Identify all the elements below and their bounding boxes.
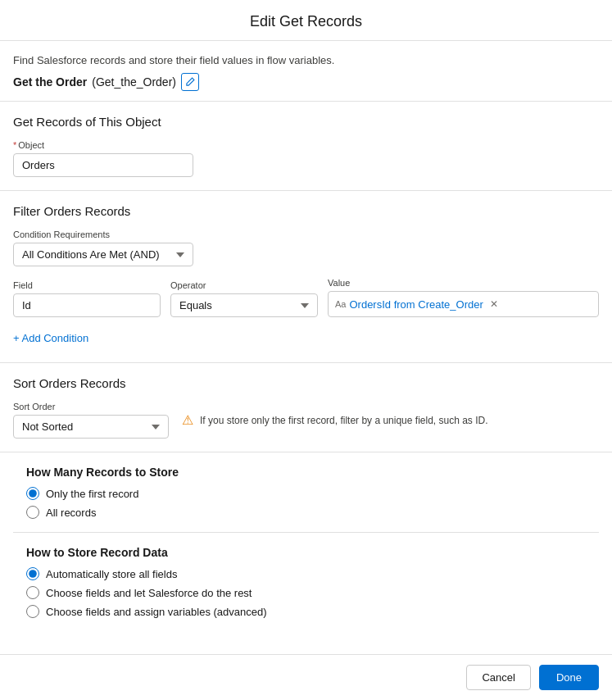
operator-col-label: Operator bbox=[170, 280, 318, 290]
condition-req-label: Condition Requirements bbox=[13, 230, 599, 239]
store-sf-option[interactable]: Choose fields and let Salesforce do the … bbox=[26, 586, 586, 599]
add-condition-button[interactable]: + Add Condition bbox=[13, 327, 88, 349]
operator-select[interactable]: Equals Not Equal To Contains Does Not Co… bbox=[170, 293, 318, 317]
record-name: Get the Order bbox=[13, 75, 87, 89]
filter-row: Field Operator Equals Not Equal To Conta… bbox=[13, 278, 599, 317]
value-col: Value Aa OrdersId from Create_Order ✕ bbox=[328, 278, 599, 317]
how-many-all-label: All records bbox=[46, 507, 96, 519]
how-many-title: How Many Records to Store bbox=[26, 466, 586, 479]
how-many-all-radio[interactable] bbox=[26, 506, 39, 519]
field-input[interactable] bbox=[13, 293, 161, 317]
field-col-label: Field bbox=[13, 280, 161, 290]
value-tag-text: OrdersId from Create_Order bbox=[349, 298, 483, 311]
store-title: How to Store Record Data bbox=[26, 546, 586, 559]
filter-row-container: Field Operator Equals Not Equal To Conta… bbox=[13, 278, 599, 317]
object-input[interactable] bbox=[13, 153, 193, 177]
sort-order-label: Sort Order bbox=[13, 402, 169, 411]
object-field-label: *Object bbox=[13, 140, 599, 150]
store-adv-radio[interactable] bbox=[26, 605, 39, 618]
subtitle-text: Find Salesforce records and store their … bbox=[13, 54, 599, 66]
object-input-wrap bbox=[13, 153, 193, 177]
cancel-button[interactable]: Cancel bbox=[466, 665, 530, 690]
store-sf-radio[interactable] bbox=[26, 586, 39, 599]
value-col-label: Value bbox=[328, 278, 599, 288]
how-many-radio-group: Only the first record All records bbox=[26, 487, 586, 519]
value-input-wrap[interactable]: Aa OrdersId from Create_Order ✕ bbox=[328, 291, 599, 317]
store-auto-radio[interactable] bbox=[26, 567, 39, 580]
condition-requirements-select[interactable]: All Conditions Are Met (AND) Any Conditi… bbox=[13, 243, 193, 266]
condition-req-wrap: All Conditions Are Met (AND) Any Conditi… bbox=[13, 243, 193, 266]
sort-section: Sort Orders Records Sort Order Not Sorte… bbox=[0, 363, 612, 452]
object-section: Get Records of This Object *Object bbox=[0, 102, 612, 191]
object-section-title: Get Records of This Object bbox=[13, 115, 599, 129]
filter-section-title: Filter Orders Records bbox=[13, 204, 599, 218]
filter-section: Filter Orders Records Condition Requirem… bbox=[0, 191, 612, 363]
store-auto-label: Automatically store all fields bbox=[46, 568, 177, 580]
sort-select-wrap: Sort Order Not Sorted Ascending Descendi… bbox=[13, 402, 169, 439]
how-many-first-radio[interactable] bbox=[26, 487, 39, 500]
store-auto-option[interactable]: Automatically store all fields bbox=[26, 567, 586, 580]
required-star: * bbox=[13, 140, 16, 150]
page-title: Edit Get Records bbox=[0, 0, 612, 41]
operator-col: Operator Equals Not Equal To Contains Do… bbox=[170, 280, 318, 317]
how-many-all-option[interactable]: All records bbox=[26, 506, 586, 519]
how-many-section: How Many Records to Store Only the first… bbox=[13, 452, 599, 533]
store-sf-label: Choose fields and let Salesforce do the … bbox=[46, 587, 252, 599]
store-radio-group: Automatically store all fields Choose fi… bbox=[26, 567, 586, 618]
value-tag-close-button[interactable]: ✕ bbox=[490, 298, 498, 310]
footer: Cancel Done bbox=[0, 654, 612, 700]
store-adv-option[interactable]: Choose fields and assign variables (adva… bbox=[26, 605, 586, 618]
how-many-first-option[interactable]: Only the first record bbox=[26, 487, 586, 500]
done-button[interactable]: Done bbox=[539, 665, 599, 690]
store-section: How to Store Record Data Automatically s… bbox=[13, 533, 599, 631]
sort-row: Sort Order Not Sorted Ascending Descendi… bbox=[13, 402, 599, 439]
warning-icon: ⚠ bbox=[182, 412, 193, 428]
sort-order-select[interactable]: Not Sorted Ascending Descending bbox=[13, 415, 169, 439]
value-tag: Aa OrdersId from Create_Order ✕ bbox=[335, 298, 498, 311]
add-condition-label: + Add Condition bbox=[13, 332, 88, 344]
record-label-row: Get the Order (Get_the_Order) bbox=[13, 73, 599, 91]
sort-warning-text: If you store only the first record, filt… bbox=[200, 415, 488, 426]
store-adv-label: Choose fields and assign variables (adva… bbox=[46, 606, 267, 618]
edit-record-name-button[interactable] bbox=[181, 73, 199, 91]
field-col: Field bbox=[13, 280, 161, 317]
how-many-first-label: Only the first record bbox=[46, 488, 138, 500]
sort-section-title: Sort Orders Records bbox=[13, 376, 599, 390]
value-tag-type-icon: Aa bbox=[335, 299, 346, 309]
sort-warning: ⚠ If you store only the first record, fi… bbox=[182, 412, 599, 428]
record-api-name: (Get_the_Order) bbox=[92, 75, 176, 89]
